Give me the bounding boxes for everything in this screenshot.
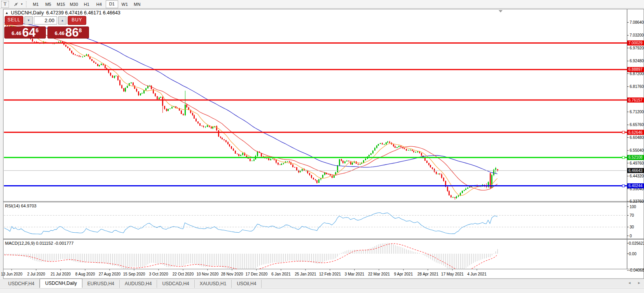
sell-price-display[interactable]: 6.46 64 6 — [4, 26, 46, 39]
price-axis-label: 6.55040 — [630, 148, 644, 153]
time-axis-label: 17 May 2021 — [441, 272, 464, 276]
time-axis-label: 8 Aug 2020 — [75, 272, 95, 276]
price-badge: 6.76157 — [628, 98, 643, 102]
volume-increase-button[interactable]: ▴ — [58, 16, 66, 25]
tab-audusd-h4[interactable]: AUDUSD,H4 — [120, 280, 157, 288]
rsi-axis-label: 0 — [630, 234, 632, 238]
one-click-trading-panel: SELL ▾ ▴ BUY 6.46 64 6 6.46 86 8 — [4, 16, 89, 39]
chart-tab-bar: USDCHF,H4 USDCNH,Daily EURUSD,H4 AUDUSD,… — [0, 279, 644, 288]
level-handle[interactable] — [622, 185, 625, 187]
price-axis-label: 6.65760 — [630, 123, 644, 127]
time-axis-label: 9 Apr 2021 — [394, 272, 413, 276]
macd-label: MACD(12,26,9) 0.011152 -0.001777 — [5, 241, 73, 246]
tab-usdchf-h4[interactable]: USDCHF,H4 — [3, 280, 40, 288]
sell-button[interactable]: SELL — [5, 16, 23, 25]
buy-price-prefix: 6.46 — [55, 30, 65, 36]
rsi-axis-label: 100 — [630, 205, 636, 209]
price-badge: 6.88897 — [628, 67, 643, 72]
chart-ohlc-values: 6.47239 6.47416 6.46171 6.46643 — [46, 10, 120, 16]
price-badge: 6.46643 — [628, 168, 643, 173]
time-axis-label: 17 Dec 2020 — [246, 272, 268, 276]
rsi-axis-label: 70 — [630, 213, 634, 218]
tab-scroll-left-button[interactable]: ◄ — [628, 281, 631, 285]
price-axis-label: 6.44320 — [630, 174, 644, 178]
rsi-axis-label: 30 — [630, 225, 634, 229]
tab-usdcnh-daily[interactable]: USDCNH,Daily — [40, 279, 82, 288]
time-axis-label: 22 Mar 2021 — [368, 272, 390, 276]
time-axis-label: 12 Feb 2021 — [319, 272, 341, 276]
sell-price-big: 64 — [22, 28, 35, 37]
collapse-panel-icon[interactable]: ▲ — [5, 11, 9, 15]
chart-symbol-period: USDCNH,Daily — [11, 10, 44, 16]
sell-price-pip: 6 — [36, 27, 39, 33]
time-axis-label: 21 Jul 2020 — [51, 272, 71, 276]
price-axis-label: 6.60480 — [630, 135, 644, 140]
mt4-window: { "colors":{ "up":"#00bd00","down":"#ee0… — [0, 0, 644, 293]
time-axis-label: 25 Jan 2021 — [295, 272, 316, 276]
tab-scroll-right-button[interactable]: ► — [637, 281, 641, 285]
tab-eurusd-h4[interactable]: EURUSD,H4 — [82, 280, 120, 288]
buy-price-big: 86 — [65, 28, 79, 37]
price-axis-label: 6.49760 — [630, 161, 644, 165]
sell-price-prefix: 6.46 — [12, 30, 21, 36]
spin-down-icon: ▾ — [28, 18, 30, 22]
macd-axis-label: 0.025623 — [629, 241, 644, 246]
time-axis-label: 3 Mar 2021 — [345, 272, 365, 276]
time-axis-label: 28 Nov 2020 — [221, 272, 243, 276]
level-handle[interactable] — [622, 156, 625, 159]
price-badge: 6.52108 — [628, 155, 643, 160]
price-axis-label: 7.03200 — [630, 33, 644, 37]
price-axis-label: 6.81760 — [630, 84, 644, 89]
price-badge: 6.62646 — [628, 130, 643, 135]
time-axis-label: 4 Jun 2021 — [467, 272, 487, 276]
chart-title: ▲ USDCNH,Daily 6.47239 6.47416 6.46171 6… — [5, 10, 120, 16]
time-axis-label: 28 Apr 2021 — [417, 272, 438, 276]
buy-button[interactable]: BUY — [68, 16, 86, 25]
buy-price-display[interactable]: 6.46 86 8 — [47, 26, 89, 39]
spin-up-icon: ▴ — [61, 18, 63, 22]
time-axis-label: 22 Oct 2020 — [173, 272, 194, 276]
rsi-label: RSI(14) 64.9703 — [5, 204, 37, 208]
time-axis-label: 6 Jan 2021 — [271, 272, 291, 276]
buy-price-pip: 8 — [79, 27, 82, 33]
time-axis-label: 15 Sep 2020 — [123, 272, 145, 276]
time-axis-label: 10 Nov 2020 — [197, 272, 219, 276]
volume-input[interactable] — [34, 16, 57, 25]
macd-axis-label: 0.00 — [629, 252, 637, 256]
macd-axis-label: -0.040687 — [629, 268, 644, 272]
tab-xauusd-h1[interactable]: XAUUSD,H1 — [195, 280, 232, 288]
price-badge: 6.40244 — [628, 184, 643, 188]
tab-usdcad-h4[interactable]: USDCAD,H4 — [157, 280, 194, 288]
time-axis-label: 27 Aug 2020 — [99, 272, 121, 276]
price-axis-label: 7.08640 — [630, 20, 644, 25]
time-axis-label: 2 Jul 2020 — [27, 272, 45, 276]
chart-canvas[interactable]: 7.086407.032006.979206.924806.872006.817… — [0, 0, 644, 293]
price-badge: 7.00029 — [628, 41, 643, 45]
tab-usoil-h4[interactable]: USOil,H4 — [232, 280, 262, 288]
price-axis-label: 6.97920 — [630, 46, 644, 50]
status-bar — [0, 288, 644, 293]
price-axis-label: 6.71200 — [630, 110, 644, 114]
level-handle[interactable] — [622, 131, 625, 133]
time-axis-label: 3 Oct 2020 — [149, 272, 168, 276]
price-axis-label: 6.87200 — [630, 72, 644, 76]
price-axis-label: 6.33760 — [630, 199, 644, 204]
volume-decrease-button[interactable]: ▾ — [24, 16, 33, 25]
time-axis-label: 13 Jun 2020 — [1, 272, 22, 276]
price-axis-label: 6.92480 — [630, 59, 644, 63]
